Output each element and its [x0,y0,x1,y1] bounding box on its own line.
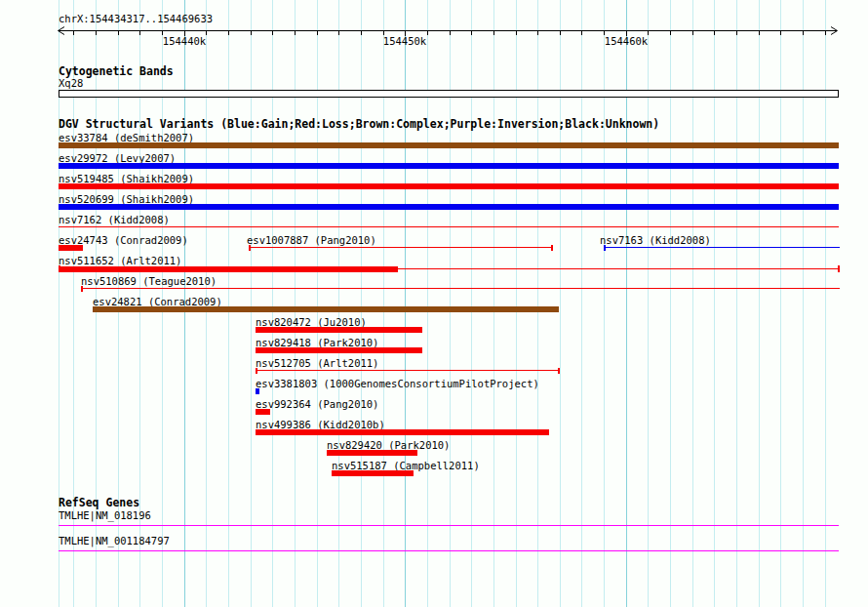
variant-bar-nsv7162[interactable] [59,226,839,227]
variant-bar-nsv820472[interactable] [256,327,422,333]
cytoband-label: Xq28 [59,77,83,89]
variant-bar-nsv510869[interactable] [81,286,83,292]
variant-label-esv992364: esv992364 (Pang2010) [256,398,378,410]
cytoband-bar[interactable] [59,90,839,98]
variant-bar-esv24743[interactable] [59,245,83,251]
variant-label-nsv510869: nsv510869 (Teague2010) [81,275,217,287]
gene-bar[interactable] [59,550,839,551]
variant-bar-nsv520699[interactable] [59,204,839,210]
variant-bar-esv29972[interactable] [59,163,839,169]
variant-bar-nsv512705[interactable] [256,370,559,371]
variant-bar-nsv7163[interactable] [604,245,606,251]
variant-bar-esv992364[interactable] [256,409,270,415]
variant-label-nsv512705: nsv512705 (Arlt2011) [256,357,378,369]
variant-bar-esv3381803[interactable] [256,388,259,394]
variant-bar-nsv7163[interactable] [604,247,840,248]
variant-label-nsv7163: nsv7163 (Kidd2008) [600,234,711,246]
section-title-dgv-structural-variants: DGV Structural Variants (Blue:Gain;Red:L… [59,118,659,131]
variant-label-esv1007887: esv1007887 (Pang2010) [247,234,376,246]
variant-bar-esv1007887[interactable] [249,245,251,251]
variant-bar-nsv829420[interactable] [327,450,417,456]
variant-bar-esv1007887[interactable] [249,247,552,248]
axis-tick-label: 154460k [587,35,665,47]
variant-bar-esv24821[interactable] [93,306,559,312]
variant-bar-nsv499386[interactable] [256,429,549,435]
axis-tick-label: 154440k [145,35,223,47]
variant-bar-nsv512705[interactable] [256,368,257,374]
genome-browser-view: chrX:154434317..154469633 154440k154450k… [0,0,868,607]
variant-bar-esv33784[interactable] [59,142,839,148]
gene-bar[interactable] [59,525,839,526]
gene-label: TMLHE|NM_001184797 [59,535,170,546]
axis-tick-label: 154450k [366,35,444,47]
variant-bar-nsv515187[interactable] [332,470,414,476]
variant-label-esv3381803: esv3381803 (1000GenomesConsortiumPilotPr… [256,378,539,389]
section-title-refseq-genes: RefSeq Genes [59,497,139,509]
gene-label: TMLHE|NM_018196 [59,509,151,521]
variant-bar-nsv511652[interactable] [60,266,398,272]
variant-bar-nsv512705[interactable] [558,368,560,374]
variant-bar-esv1007887[interactable] [551,245,553,251]
variant-bar-nsv519485[interactable] [59,183,839,189]
variant-label-nsv511652: nsv511652 (Arlt2011) [59,255,181,266]
variant-bar-nsv510869[interactable] [81,288,840,289]
variant-label-nsv7162: nsv7162 (Kidd2008) [59,214,170,225]
variant-bar-nsv829418[interactable] [256,347,422,353]
